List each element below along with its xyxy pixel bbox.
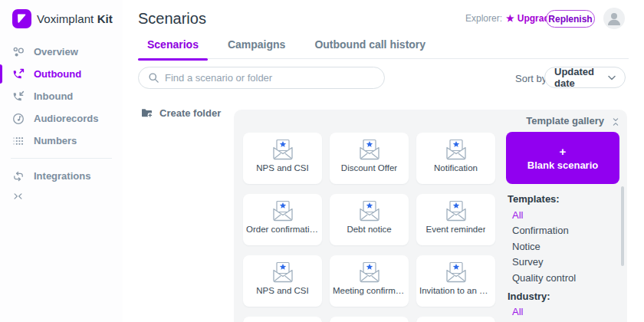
- tab-outbound-call-history[interactable]: Outbound call history: [305, 38, 435, 59]
- envelope-star-icon: [270, 261, 296, 284]
- star-icon: ★: [506, 13, 514, 24]
- integrations-icon: [12, 170, 25, 182]
- template-card[interactable]: NPS and CSI: [243, 255, 322, 307]
- sidebar-item-audiorecords[interactable]: Audiorecords: [0, 107, 123, 130]
- voximplant-kit-app: Voximplant Kit Overview: [0, 0, 644, 322]
- overview-icon: [12, 46, 25, 58]
- plus-icon: +: [560, 146, 567, 157]
- sidebar-divider: [11, 158, 112, 159]
- page-title: Scenarios: [138, 10, 206, 28]
- template-card-label: Order confirmation: [246, 225, 319, 234]
- sidebar-item-label: Overview: [34, 46, 78, 58]
- tab-scenarios[interactable]: Scenarios: [138, 38, 208, 59]
- industry-filter-label: Industry:: [508, 288, 615, 304]
- filter-template-notice[interactable]: Notice: [508, 238, 615, 255]
- collapse-gallery-icon[interactable]: [611, 116, 620, 130]
- replenish-button[interactable]: Replenish: [546, 10, 595, 28]
- template-card[interactable]: Event reminder: [416, 194, 495, 245]
- template-card-label: Meeting confirmati…: [333, 286, 406, 295]
- template-card[interactable]: Invitation to an event: [416, 255, 495, 307]
- sidebar-nav: Overview Outbound: [0, 41, 123, 207]
- template-card[interactable]: NPS and CSI: [243, 133, 322, 184]
- template-card-label: Debt notice: [347, 225, 391, 234]
- inbound-icon: [12, 90, 25, 103]
- templates-filter-label: Templates:: [508, 191, 615, 207]
- envelope-star-icon: [443, 138, 469, 161]
- plan-label: Explorer:: [465, 13, 502, 24]
- active-indicator: [0, 64, 2, 84]
- template-card[interactable]: Meeting confirmati…: [330, 255, 409, 307]
- envelope-star-icon: [443, 261, 469, 284]
- template-card[interactable]: [416, 317, 495, 322]
- search-icon: [148, 72, 159, 84]
- collapse-chevrons-icon: [13, 190, 23, 204]
- sidebar-item-label: Audiorecords: [34, 113, 99, 124]
- envelope-star-icon: [443, 199, 469, 222]
- filter-template-survey[interactable]: Survey: [508, 255, 615, 271]
- envelope-star-icon: [356, 261, 383, 284]
- filter-template-all[interactable]: All: [508, 207, 615, 223]
- template-card[interactable]: Debt notice: [330, 194, 409, 245]
- sidebar-item-overview[interactable]: Overview: [0, 41, 123, 63]
- sidebar-item-label: Outbound: [34, 68, 81, 80]
- template-card-label: NPS and CSI: [256, 163, 308, 172]
- avatar[interactable]: [603, 8, 625, 29]
- create-folder-button[interactable]: Create folder: [140, 107, 221, 119]
- template-card-label: NPS and CSI: [256, 286, 308, 295]
- envelope-star-icon: [270, 199, 296, 222]
- filter-industry-all[interactable]: All: [508, 304, 615, 320]
- brand-name: Voximplant Kit: [37, 12, 113, 25]
- voximplant-logo-icon: [12, 9, 31, 28]
- sort-dropdown[interactable]: Updated date: [544, 67, 626, 88]
- sidebar-collapse-button[interactable]: [0, 187, 123, 207]
- sidebar-item-label: Inbound: [34, 90, 73, 102]
- audiorecords-icon: [12, 113, 25, 125]
- sidebar-item-label: Integrations: [34, 170, 90, 182]
- sidebar-item-numbers[interactable]: Numbers: [0, 130, 123, 152]
- template-cards-grid: NPS and CSI Discount Offer Notification …: [243, 133, 504, 322]
- folder-plus-icon: [140, 107, 153, 119]
- template-card[interactable]: [330, 317, 409, 322]
- envelope-star-icon: [356, 199, 383, 222]
- search-input[interactable]: [165, 72, 375, 84]
- search-field: [138, 67, 385, 89]
- template-card[interactable]: Discount Offer: [330, 133, 409, 184]
- numbers-icon: [12, 135, 25, 147]
- template-card-label: Discount Offer: [341, 163, 397, 172]
- person-icon: [603, 8, 625, 29]
- template-gallery-title[interactable]: Template gallery: [526, 115, 604, 127]
- brand-logo[interactable]: Voximplant Kit: [12, 9, 113, 28]
- sort-dropdown-value: Updated date: [554, 66, 608, 89]
- sidebar-item-label: Numbers: [34, 135, 77, 146]
- sidebar-item-integrations[interactable]: Integrations: [0, 165, 123, 187]
- active-tab-underline: [138, 58, 208, 61]
- filters-scrollbar[interactable]: [621, 186, 624, 266]
- template-card-label: Notification: [434, 163, 478, 172]
- template-card[interactable]: Notification: [416, 133, 495, 184]
- create-folder-label: Create folder: [159, 107, 221, 119]
- blank-scenario-button[interactable]: + Blank scenario: [506, 132, 619, 184]
- tab-bar: Scenarios Campaigns Outbound call histor…: [138, 38, 629, 59]
- template-card[interactable]: [243, 317, 322, 322]
- sidebar: Voximplant Kit Overview: [0, 0, 123, 322]
- sidebar-item-inbound[interactable]: Inbound: [0, 85, 123, 107]
- tab-campaigns[interactable]: Campaigns: [219, 38, 294, 59]
- template-gallery-panel: Template gallery NPS and CSI Discount Of…: [234, 110, 627, 322]
- sidebar-item-outbound[interactable]: Outbound: [0, 63, 123, 85]
- envelope-star-icon: [356, 138, 383, 161]
- envelope-star-icon: [270, 138, 296, 161]
- outbound-icon: [12, 68, 25, 80]
- filter-template-confirmation[interactable]: Confirmation: [508, 223, 615, 239]
- template-filters: Templates: All Confirmation Notice Surve…: [508, 191, 615, 320]
- chevron-down-icon: [608, 75, 616, 80]
- template-card-label: Event reminder: [426, 225, 486, 234]
- template-card-label: Invitation to an event: [419, 286, 492, 295]
- template-card[interactable]: Order confirmation: [243, 194, 322, 245]
- filter-template-quality-control[interactable]: Quality control: [508, 270, 615, 286]
